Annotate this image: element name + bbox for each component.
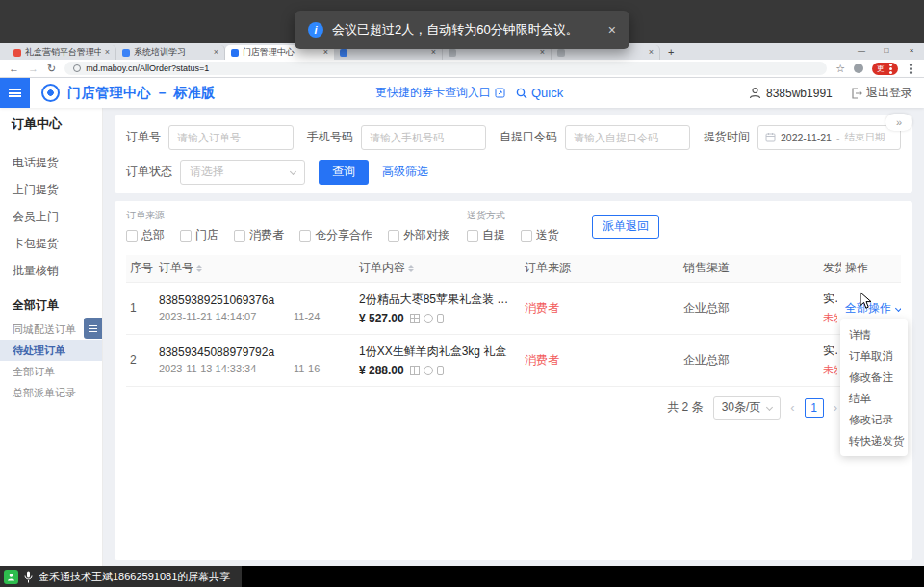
logout-button[interactable]: 退出登录 [851, 85, 912, 101]
phone-input[interactable] [361, 125, 486, 150]
prev-page-icon[interactable]: ‹ [790, 400, 794, 415]
coupon-query-link[interactable]: 更快捷的券卡查询入口 [375, 85, 505, 101]
order-status-select[interactable]: 请选择 [180, 160, 305, 185]
meeting-toast: i 会议已超过2人，自动转为60分钟限时会议。 × [295, 11, 629, 49]
checkbox-source-warehouse-share[interactable]: 仓分享合作 [299, 227, 372, 243]
order-channel-icons [410, 366, 444, 375]
menu-item-express-ship[interactable]: 转快递发货 [840, 430, 908, 451]
pickup-date-range[interactable]: 2022-11-21 - 结束日期 [757, 125, 901, 150]
checkbox-source-hq[interactable]: 总部 [126, 227, 165, 243]
minimize-icon[interactable]: — [849, 43, 874, 58]
url-text: md.maboy.cn/AllOrder?status=1 [86, 64, 209, 73]
mobile-icon [437, 366, 444, 375]
panel-collapse-button[interactable]: » [886, 114, 912, 131]
checkbox-self-pickup[interactable]: 自提 [467, 227, 505, 243]
page-size-select[interactable]: 30条/页 [713, 396, 782, 420]
window-controls: — □ × [849, 43, 924, 58]
pagination: 共 2 条 30条/页 ‹ 1 › [126, 396, 901, 420]
wechat-icon [424, 366, 433, 375]
reload-icon[interactable]: ↻ [47, 64, 56, 74]
sort-icon[interactable] [408, 262, 414, 275]
sidebar-item-phone-pickup[interactable]: 电话提货 [0, 149, 102, 176]
bookmark-star-icon[interactable]: ☆ [835, 64, 845, 74]
toast-message: 会议已超过2人，自动转为60分钟限时会议。 [332, 21, 578, 38]
tab-close-icon[interactable]: × [214, 48, 218, 57]
pickup-code-input[interactable] [565, 125, 690, 150]
forward-icon[interactable]: → [28, 64, 38, 74]
microphone-icon [24, 571, 33, 583]
page-button-1[interactable]: 1 [805, 398, 824, 418]
checkbox-icon [467, 230, 478, 242]
new-tab-icon[interactable]: + [668, 46, 674, 58]
date-separator: - [836, 132, 840, 143]
sidebar-item-door-pickup[interactable]: 上门提货 [0, 176, 102, 203]
browser-update-button[interactable]: 更 [872, 63, 898, 75]
browser-tab-1[interactable]: 礼盒营销平台管理中心 × [8, 45, 116, 60]
sidebar-collapse-handle[interactable] [84, 318, 102, 339]
advanced-filter-link[interactable]: 高级筛选 [382, 164, 428, 180]
order-row-2[interactable]: 2 83859345088979792a 2023-11-13 14:33:34… [126, 334, 901, 386]
sidebar-toggle-button[interactable] [0, 78, 30, 108]
tab-close-icon[interactable]: × [431, 48, 436, 57]
browser-tab-2[interactable]: 系统培训学习 × [116, 45, 225, 60]
sidebar-menu: 电话提货 上门提货 会员上门 卡包提货 批量核销 [0, 149, 102, 284]
col-order-no: 订单号 [155, 255, 290, 282]
chevron-down-icon [895, 304, 901, 311]
window-close-icon[interactable]: × [899, 43, 924, 58]
tab-close-icon[interactable]: × [649, 48, 654, 57]
sidebar-section-order-center[interactable]: 订单中心 [0, 108, 102, 140]
order-row-1[interactable]: 1 83859389251069376a 2023-11-21 14:14:07… [126, 282, 901, 334]
sidebar-group-all-orders[interactable]: 全部订单 [0, 292, 102, 319]
cell-order-source: 消费者 [521, 334, 680, 386]
coupon-query-label: 更快捷的券卡查询入口 [375, 85, 491, 101]
checkbox-icon [299, 230, 311, 242]
sidebar-item-cardpack-pickup[interactable]: 卡包提货 [0, 230, 102, 257]
pickup-code-label: 自提口令码 [500, 129, 557, 145]
list-filter-bar: 订单来源 总部 门店 消费者 仓分享合作 外部对接 送货方式 自提 [126, 209, 901, 243]
sidebar-item-member-visit[interactable]: 会员上门 [0, 203, 102, 230]
sidebar-item-hq-dispatch-records[interactable]: 总部派单记录 [0, 382, 102, 403]
profile-icon[interactable] [854, 64, 863, 73]
all-actions-dropdown[interactable]: 全部操作 [845, 300, 901, 317]
maximize-icon[interactable]: □ [874, 43, 899, 58]
checkbox-source-consumer[interactable]: 消费者 [234, 227, 284, 243]
menu-item-cancel-order[interactable]: 订单取消 [840, 345, 908, 367]
checkbox-delivery[interactable]: 送货 [521, 227, 559, 243]
menu-item-modify-records[interactable]: 修改记录 [840, 409, 908, 430]
checkbox-source-external[interactable]: 外部对接 [388, 227, 449, 243]
sort-icon[interactable] [196, 262, 202, 275]
sidebar-item-pending-orders[interactable]: 待处理订单 [0, 340, 102, 361]
cell-order-content: 1份XX生鲜羊肉礼盒3kg 礼盒 ¥ 288.00 [355, 334, 521, 386]
quick-search-link[interactable]: Quick [516, 86, 563, 100]
address-bar[interactable]: md.maboy.cn/AllOrder?status=1 [64, 62, 827, 75]
sidebar-item-batch-verify[interactable]: 批量核销 [0, 257, 102, 284]
toolbar-actions: ☆ 更 [835, 63, 915, 75]
checkbox-source-store[interactable]: 门店 [180, 227, 218, 243]
col-order-source: 订单来源 [521, 255, 680, 282]
tab-close-icon[interactable]: × [323, 48, 328, 57]
checkbox-icon [180, 230, 192, 242]
user-account[interactable]: 8385wb1991 [749, 87, 833, 100]
order-no-input[interactable] [168, 125, 294, 150]
sidebar-item-all-orders[interactable]: 全部订单 [0, 361, 102, 382]
menu-item-details[interactable]: 详情 [840, 324, 908, 345]
browser-toolbar: ← → ↻ md.maboy.cn/AllOrder?status=1 ☆ 更 [0, 60, 924, 78]
filter-row-2: 订单状态 请选择 查询 高级筛选 [126, 159, 901, 185]
next-page-icon[interactable]: › [834, 400, 837, 415]
tab-close-icon[interactable]: × [540, 48, 545, 57]
tab-close-icon[interactable]: × [105, 48, 110, 57]
toast-close-icon[interactable]: × [608, 22, 616, 38]
browser-menu-icon[interactable] [910, 67, 912, 70]
back-icon[interactable]: ← [9, 64, 19, 74]
dispatch-return-button[interactable]: 派单退回 [592, 215, 659, 239]
search-button[interactable]: 查询 [319, 160, 369, 185]
cell-index: 2 [126, 334, 155, 386]
table-header-row: 序号 订单号 订单内容 订单来源 销售渠道 发货状态 操作 [126, 255, 901, 282]
chevron-down-icon [766, 404, 773, 411]
site-info-icon [73, 64, 81, 72]
menu-item-close-order[interactable]: 结单 [840, 388, 908, 409]
menu-item-edit-remark[interactable]: 修改备注 [840, 367, 908, 388]
date-start-value: 2022-11-21 [781, 132, 832, 143]
order-price: ¥ 527.00 [359, 312, 404, 325]
order-price: ¥ 288.00 [359, 364, 404, 377]
